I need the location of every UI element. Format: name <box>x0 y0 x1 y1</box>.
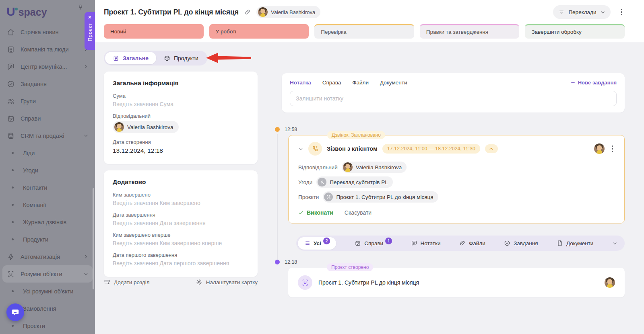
field-placeholder[interactable]: Введіть значення Дата першого завершення <box>113 260 249 266</box>
main-panel: Проєкт 1. Субтитри PL до кінця місяця Va… <box>95 0 644 334</box>
deal-chip[interactable]: Переклад субтитрів PL <box>316 176 393 188</box>
stage-edits-approval[interactable]: Правки та затвердження <box>420 24 520 39</box>
collapse-chevron-icon[interactable] <box>298 146 303 152</box>
sidebar-item-leads[interactable]: Ліди <box>0 144 95 162</box>
stage-label: Перевірка <box>321 29 347 35</box>
call-header-right <box>594 143 615 154</box>
sidebar-item-groups[interactable]: Групи <box>0 92 95 110</box>
composer-tab-files[interactable]: Файли <box>352 80 369 86</box>
row-label: Угоди <box>298 179 312 185</box>
call-title: Зізвон з клієнтом <box>327 145 378 152</box>
package-icon <box>164 55 170 61</box>
tab-general[interactable]: Загальне <box>105 52 156 64</box>
field-placeholder[interactable]: Введіть значення Дата завершення <box>113 220 249 226</box>
chevron-up-icon[interactable] <box>485 144 498 153</box>
smart-object-icon <box>324 193 333 201</box>
new-task-button[interactable]: Нове завдання <box>570 80 617 86</box>
sidebar-item-contacts[interactable]: Контакти <box>0 179 95 196</box>
responsible-chip[interactable]: Valeriia Bashkirova <box>342 162 407 173</box>
page-title: Проєкт 1. Субтитри PL до кінця місяця <box>104 8 239 16</box>
sidebar-item-products[interactable]: Продукти <box>0 231 95 248</box>
link-icon[interactable] <box>244 9 251 15</box>
stage-new[interactable]: Новий <box>104 24 204 39</box>
field-value: 13.12.2024, 12:18 <box>113 147 249 154</box>
check-circle-icon <box>6 80 15 88</box>
composer-tab-documents[interactable]: Документи <box>380 80 407 86</box>
call-fields: Відповідальний Valeriia Bashkirova Угоди… <box>298 162 615 203</box>
cancel-button[interactable]: Скасувати <box>345 209 372 216</box>
sidebar-item-all-smart-objects[interactable]: Усі розумні об'єкти <box>0 283 95 300</box>
chevron-down-icon[interactable] <box>612 241 617 246</box>
sidebar-item-tasks[interactable]: Завдання <box>0 75 95 92</box>
count-badge: 2 <box>323 238 330 244</box>
call-period-chip: 17.12.2024, 11:00 — 18.12.2024, 11:30 <box>382 144 480 154</box>
sidebar-item-newsfeed[interactable]: Стрічка новин <box>0 23 95 41</box>
sidebar-item-label: Ліди <box>23 150 35 156</box>
sidebar-item-activities[interactable]: Справи <box>0 110 95 127</box>
close-icon[interactable]: ✕ <box>88 15 92 20</box>
kebab-menu-icon[interactable] <box>610 144 615 154</box>
note-input[interactable] <box>290 91 617 106</box>
configure-card-button[interactable]: Налаштувати картку <box>196 279 258 285</box>
chat-widget-button[interactable] <box>6 303 24 321</box>
sidebar-scrollbar[interactable] <box>93 188 94 289</box>
stage-review[interactable]: Перевірка <box>314 24 414 39</box>
kebab-menu-icon[interactable] <box>619 7 624 17</box>
field-label: Дата створення <box>113 139 249 145</box>
sidebar-item-crm[interactable]: CRM та продажі <box>0 127 95 144</box>
add-section-button[interactable]: Додати розділ <box>104 279 150 285</box>
sidebar-nav: Стрічка новин Компанія та люди Центр ком… <box>0 23 95 334</box>
composer-tab-note[interactable]: Нотатка <box>290 80 311 86</box>
title-right: Переклади <box>553 5 624 19</box>
call-card: Дзвінок: Заплановано Зізвон з клієнтом 1… <box>288 135 625 223</box>
calendar-check-icon <box>355 240 361 246</box>
bullet-icon <box>12 169 14 171</box>
filter-all[interactable]: Усі 2 <box>298 237 336 250</box>
sidebar-item-automation[interactable]: Автоматизація <box>0 248 95 265</box>
avatar <box>605 277 615 288</box>
call-forward-icon <box>308 142 322 156</box>
annotation-arrow <box>206 53 251 63</box>
complete-button[interactable]: Виконати <box>298 209 333 216</box>
field-placeholder[interactable]: Введіть значення Сума <box>113 101 249 107</box>
stage-finish[interactable]: Завершити обробку <box>525 24 625 39</box>
calendar-icon <box>6 114 15 123</box>
paperclip-icon <box>459 240 466 246</box>
filter-files[interactable]: Файли <box>459 240 485 246</box>
view-selector[interactable]: Переклади <box>553 5 610 19</box>
field-placeholder[interactable]: Введіть значення Ким завершено вперше <box>113 240 249 246</box>
filter-notes[interactable]: Нотатки <box>411 240 441 246</box>
deal-name: Переклад субтитрів PL <box>330 179 388 185</box>
filter-activities[interactable]: Справи 1 <box>355 240 392 246</box>
slideover-tab-project[interactable]: ✕ Проєкт <box>85 12 95 50</box>
field-placeholder[interactable]: Введіть значення Ким завершено <box>113 200 249 206</box>
field-label: Сума <box>113 93 249 99</box>
filter-tasks[interactable]: Завдання <box>504 240 538 246</box>
sidebar-item-companies[interactable]: Компанії <box>0 196 95 213</box>
composer-tab-activity[interactable]: Справа <box>322 80 341 86</box>
sidebar-item-deals[interactable]: Угоди <box>0 162 95 179</box>
uspacy-logo[interactable]: U spacy <box>6 5 47 18</box>
chevron-down-icon <box>600 10 605 15</box>
chevron-down-icon <box>83 271 89 277</box>
stage-in-progress[interactable]: У роботі <box>209 24 309 39</box>
filter-documents[interactable]: Документи <box>557 240 593 246</box>
sidebar-item-call-log[interactable]: Журнал дзвінків <box>0 213 95 231</box>
sidebar-item-smart-objects[interactable]: Розумні об'єкти <box>2 265 93 283</box>
sidebar-item-label: Розумні об'єкти <box>21 271 62 277</box>
project-chip[interactable]: Проєкт 1. Субтитри PL до кінця місяця <box>323 191 438 203</box>
owner-name: Valeriia Bashkirova <box>271 9 315 15</box>
sidebar-item-communications[interactable]: Центр комуніка... <box>0 58 95 75</box>
project-created-card: Проєкт створено Проєкт 1. Субтитри PL до… <box>288 268 625 297</box>
card-title: Загальна інформація <box>113 80 249 87</box>
timeline-time: 12:58 <box>285 127 297 132</box>
stage-label: Новий <box>110 29 126 35</box>
view-selector-value: Переклади <box>568 9 596 15</box>
sidebar-item-label: Компанії <box>23 202 46 208</box>
responsible-chip[interactable]: Valeriia Bashkirova <box>113 121 179 133</box>
pin-icon[interactable] <box>77 4 84 10</box>
tab-products[interactable]: Продукти <box>156 52 206 64</box>
owner-chip[interactable]: Valeriia Bashkirova <box>256 6 320 18</box>
avatar <box>343 162 353 172</box>
sidebar-item-company[interactable]: Компанія та люди <box>0 41 95 58</box>
